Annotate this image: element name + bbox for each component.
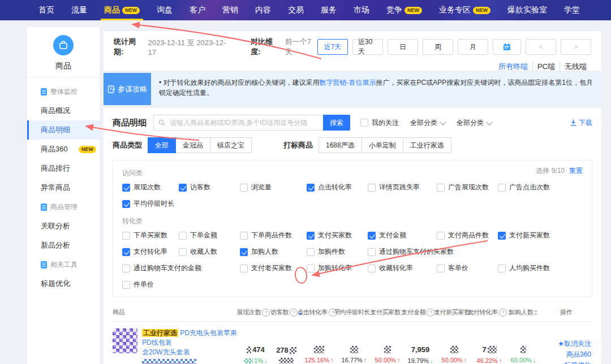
- nav-market[interactable]: 市场: [354, 0, 369, 20]
- type-all-button[interactable]: 全部: [148, 137, 176, 153]
- sidebar-item-related-tools[interactable]: 相关工具: [27, 255, 100, 274]
- sidebar-item-product-rank[interactable]: 商品排行: [27, 159, 100, 178]
- sidebar-item-relation-analysis[interactable]: 关联分析: [27, 216, 100, 236]
- filter-checkbox[interactable]: 通过购物车支付的买家数: [368, 247, 583, 257]
- filter-checkbox[interactable]: 人均购买件数: [498, 263, 583, 273]
- search-button[interactable]: 搜索: [323, 115, 350, 131]
- terminal-all[interactable]: 所有终端: [494, 62, 532, 72]
- next-period-button[interactable]: >: [561, 39, 591, 55]
- nav-trade[interactable]: 交易: [288, 0, 304, 20]
- help-icon[interactable]: ?: [499, 309, 507, 317]
- sidebar-item-abnormal-products[interactable]: 异常商品: [27, 178, 100, 197]
- product-360-link[interactable]: 商品360: [566, 350, 591, 359]
- filter-checkbox[interactable]: 支付转化率: [122, 247, 177, 257]
- title-optimize-link[interactable]: 标题优化: [564, 361, 591, 364]
- nav-marketing[interactable]: 营销: [222, 0, 238, 20]
- col-impressions[interactable]: 展现次数?: [240, 308, 272, 317]
- terminal-pc[interactable]: PC端: [532, 62, 560, 72]
- filter-checkbox[interactable]: 收藏转化率: [368, 263, 434, 273]
- my-follow-checkbox[interactable]: 我的关注: [360, 118, 399, 128]
- sidebar-item-product-360[interactable]: 商品360NEW: [27, 140, 100, 159]
- range-7d-button[interactable]: 近7天: [317, 39, 348, 55]
- digital-marketing-link[interactable]: 数字营销-首位展示: [320, 79, 376, 86]
- download-link[interactable]: 下载: [570, 118, 592, 128]
- metric-cell: 50.00%↑: [371, 346, 404, 363]
- unfollow-link[interactable]: ★取消关注: [558, 339, 591, 349]
- sidebar-item-product-manage[interactable]: 商品管理: [27, 197, 100, 216]
- col-cart-adds[interactable]: 加购人数: [507, 308, 540, 317]
- col-pay-amount[interactable]: 支付金额?: [404, 308, 437, 317]
- nav-academy[interactable]: 学堂: [564, 0, 580, 20]
- filter-checkbox[interactable]: 支付金额: [368, 231, 434, 240]
- product-title[interactable]: 工业行家选 PD充电头包装苹果PD线包装: [142, 328, 240, 348]
- product-thumbnail[interactable]: [113, 328, 137, 353]
- sidebar-item-overall-monitor[interactable]: 整体监控: [27, 82, 100, 101]
- filter-checkbox[interactable]: 加购转化率: [307, 263, 365, 273]
- filter-checkbox[interactable]: 支付商品件数: [437, 231, 496, 240]
- filter-checkbox[interactable]: 件单价: [122, 280, 177, 289]
- filter-checkbox[interactable]: 支付买家数: [307, 231, 365, 240]
- filter-checkbox[interactable]: 下单买家数: [122, 231, 177, 240]
- nav-inquiry[interactable]: 询盘: [157, 0, 173, 20]
- filter-checkbox[interactable]: 通过购物车支付的金额: [122, 263, 238, 273]
- col-visitors[interactable]: 访客数?: [272, 308, 301, 317]
- filter-checkbox[interactable]: 广告展现次数: [437, 183, 496, 192]
- col-new-buyers[interactable]: 支付新买家数: [437, 308, 472, 317]
- col-click-rate[interactable]: 点击转化率?: [301, 308, 337, 317]
- reset-button[interactable]: 重置: [569, 166, 583, 176]
- category-dropdown-2[interactable]: 全部分类: [457, 118, 492, 128]
- filter-checkbox[interactable]: 下单商品件数: [240, 231, 304, 240]
- filter-checkbox[interactable]: 客单价: [437, 263, 496, 273]
- chevron-down-icon: [486, 119, 492, 125]
- filter-checkbox[interactable]: 支付老买家数: [240, 263, 304, 273]
- col-avg-stay[interactable]: 平均停留时长: [337, 308, 371, 317]
- range-30d-button[interactable]: 近30天: [352, 39, 383, 55]
- product-title-line2[interactable]: 盒20W充头套装: [142, 348, 240, 364]
- sidebar-item-product-detail[interactable]: 商品明细: [27, 120, 100, 140]
- range-month-button[interactable]: 月: [458, 39, 488, 55]
- filter-checkbox[interactable]: 详情页跳失率: [368, 183, 434, 192]
- nav-content[interactable]: 内容: [255, 0, 271, 20]
- nav-products[interactable]: 商品NEW: [104, 0, 140, 20]
- filter-checkbox[interactable]: 下单金额: [179, 231, 238, 240]
- filter-checkbox[interactable]: 支付新买家数: [498, 231, 583, 240]
- tag-industry-expert-button[interactable]: 工业行家选: [403, 137, 451, 153]
- sort-control[interactable]: [534, 310, 537, 315]
- filter-checkbox[interactable]: 访客数: [179, 183, 238, 192]
- metric-value: [507, 346, 540, 353]
- help-icon[interactable]: ?: [262, 309, 270, 317]
- col-pay-buyers[interactable]: 支付买家数: [371, 308, 404, 317]
- nav-service[interactable]: 服务: [321, 0, 337, 20]
- filter-checkbox[interactable]: 加购件数: [307, 247, 365, 257]
- category-dropdown-1[interactable]: 全部分类: [410, 118, 445, 128]
- sidebar-item-title-optimize[interactable]: 标题优化: [27, 274, 100, 293]
- prev-period-button[interactable]: <: [526, 39, 556, 55]
- sidebar-item-new-product-analysis[interactable]: 新品分析: [27, 236, 100, 255]
- col-pay-rate[interactable]: 支付转化率?: [472, 308, 507, 317]
- search-input[interactable]: [169, 118, 319, 127]
- filter-checkbox[interactable]: 平均停留时长: [122, 199, 177, 209]
- filter-checkbox[interactable]: 点击转化率: [307, 183, 365, 192]
- tag-small-order-button[interactable]: 小单定制: [362, 137, 403, 153]
- help-icon[interactable]: ?: [290, 309, 298, 317]
- nav-traffic[interactable]: 流量: [71, 0, 87, 20]
- nav-competition[interactable]: 竞争NEW: [386, 0, 422, 20]
- nav-home[interactable]: 首页: [38, 0, 54, 20]
- nav-hot-lab[interactable]: 爆款实验室: [507, 0, 547, 20]
- filter-checkbox[interactable]: 广告点击次数: [498, 183, 583, 192]
- calendar-button[interactable]: [493, 39, 521, 55]
- filter-checkbox[interactable]: 加购人数: [240, 247, 304, 257]
- star-filled-icon: ★: [558, 340, 564, 348]
- tag-1688-button[interactable]: 1688严选: [319, 137, 362, 153]
- type-store-treasure-button[interactable]: 镇店之宝: [210, 137, 252, 153]
- range-day-button[interactable]: 日: [388, 39, 418, 55]
- filter-checkbox[interactable]: 展现次数: [122, 183, 177, 192]
- range-week-button[interactable]: 周: [423, 39, 453, 55]
- filter-checkbox[interactable]: 收藏人数: [179, 247, 238, 257]
- nav-customers[interactable]: 客户: [190, 0, 205, 20]
- terminal-wireless[interactable]: 无线端: [560, 62, 591, 72]
- filter-checkbox[interactable]: 浏览量: [240, 183, 304, 192]
- sidebar-item-product-overview[interactable]: 商品概况: [27, 101, 100, 120]
- type-gold-button[interactable]: 金冠品: [175, 137, 210, 153]
- nav-business-zone[interactable]: 业务专区NEW: [439, 0, 490, 20]
